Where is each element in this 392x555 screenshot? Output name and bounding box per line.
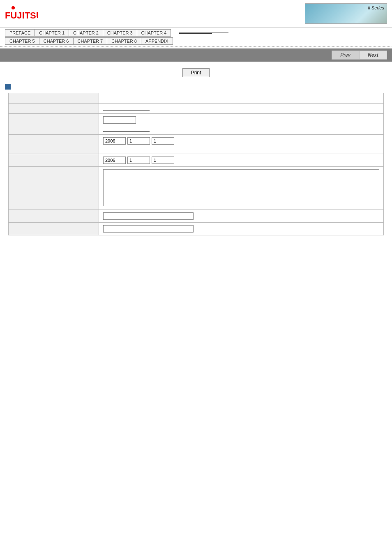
value-cell-3 xyxy=(99,114,384,135)
value-cell-5 xyxy=(99,154,384,167)
dotted-separator xyxy=(0,46,392,47)
blue-marker-icon xyxy=(5,84,11,90)
value-cell-8 xyxy=(99,223,384,235)
value-cell-7 xyxy=(99,210,384,223)
label-cell-6 xyxy=(9,167,99,210)
main-form-area xyxy=(0,93,392,244)
toolbar-bar: Prev Next xyxy=(0,48,392,62)
print-area: Print xyxy=(0,62,392,81)
date-group-1 xyxy=(103,137,379,145)
navigation-tabs: PREFACE CHAPTER 1 CHAPTER 2 CHAPTER 3 CH… xyxy=(0,28,392,45)
nav-tab-ch5[interactable]: CHAPTER 5 xyxy=(5,37,39,45)
label-cell-8 xyxy=(9,223,99,235)
form-table xyxy=(8,93,384,235)
wide-input-2[interactable] xyxy=(103,225,194,233)
nav-tab-ch4[interactable]: CHAPTER 4 xyxy=(137,29,171,37)
table-row xyxy=(9,210,384,223)
nav-tab-appendix[interactable]: APPENDIX xyxy=(141,37,173,45)
table-row xyxy=(9,167,384,210)
fi-series-banner: fi Series xyxy=(305,3,387,24)
nav-line-1 xyxy=(179,32,228,32)
table-row xyxy=(9,154,384,167)
year-input-2[interactable] xyxy=(103,157,126,164)
print-button[interactable]: Print xyxy=(182,68,210,77)
nav-tab-ch7[interactable]: CHAPTER 7 xyxy=(74,37,108,45)
table-row xyxy=(9,93,384,104)
nav-row-1: PREFACE CHAPTER 1 CHAPTER 2 CHAPTER 3 CH… xyxy=(5,29,387,37)
svg-point-0 xyxy=(12,6,15,9)
table-row xyxy=(9,223,384,235)
header: FUJITSU fi Series xyxy=(0,0,392,28)
date-group-2 xyxy=(103,157,379,164)
textarea-field[interactable] xyxy=(103,169,379,206)
label-cell-7 xyxy=(9,210,99,223)
value-cell-2 xyxy=(99,104,384,114)
label-cell-1 xyxy=(9,93,99,104)
label-cell-5 xyxy=(9,154,99,167)
fujitsu-logo-icon: FUJITSU xyxy=(5,4,38,23)
day-input-2[interactable] xyxy=(152,157,174,164)
nav-line-2 xyxy=(179,33,212,34)
month-input-2[interactable] xyxy=(127,157,150,164)
nav-tab-ch6[interactable]: CHAPTER 6 xyxy=(39,37,74,45)
value-cell-1 xyxy=(99,93,384,104)
value-cell-4 xyxy=(99,135,384,154)
underline-link-3[interactable] xyxy=(103,127,185,132)
input-field-3[interactable] xyxy=(103,116,136,124)
label-cell-4 xyxy=(9,135,99,154)
prev-button[interactable]: Prev xyxy=(332,51,359,60)
table-row xyxy=(9,135,384,154)
wide-input-1[interactable] xyxy=(103,212,194,220)
underline-link[interactable] xyxy=(103,106,185,111)
month-input-1[interactable] xyxy=(127,137,150,145)
nav-tab-ch1[interactable]: CHAPTER 1 xyxy=(35,29,69,37)
fi-series-label: fi Series xyxy=(368,5,384,10)
value-cell-6 xyxy=(99,167,384,210)
label-cell-2 xyxy=(9,104,99,114)
underline-link-4[interactable] xyxy=(103,146,185,151)
nav-tab-ch2[interactable]: CHAPTER 2 xyxy=(69,29,103,37)
table-row xyxy=(9,114,384,135)
nav-tab-ch3[interactable]: CHAPTER 3 xyxy=(103,29,137,37)
prev-next-controls: Prev Next xyxy=(332,51,387,60)
nav-lines-right xyxy=(179,32,228,34)
label-cell-3 xyxy=(9,114,99,135)
nav-tab-preface[interactable]: PREFACE xyxy=(5,29,35,37)
table-row xyxy=(9,104,384,114)
nav-row-2: CHAPTER 5 CHAPTER 6 CHAPTER 7 CHAPTER 8 … xyxy=(5,37,387,45)
day-input-1[interactable] xyxy=(152,137,174,145)
year-input-1[interactable] xyxy=(103,137,126,145)
nav-tab-ch8[interactable]: CHAPTER 8 xyxy=(107,37,141,45)
logo: FUJITSU xyxy=(5,4,38,23)
svg-text:FUJITSU: FUJITSU xyxy=(5,10,38,21)
next-button[interactable]: Next xyxy=(359,51,387,60)
